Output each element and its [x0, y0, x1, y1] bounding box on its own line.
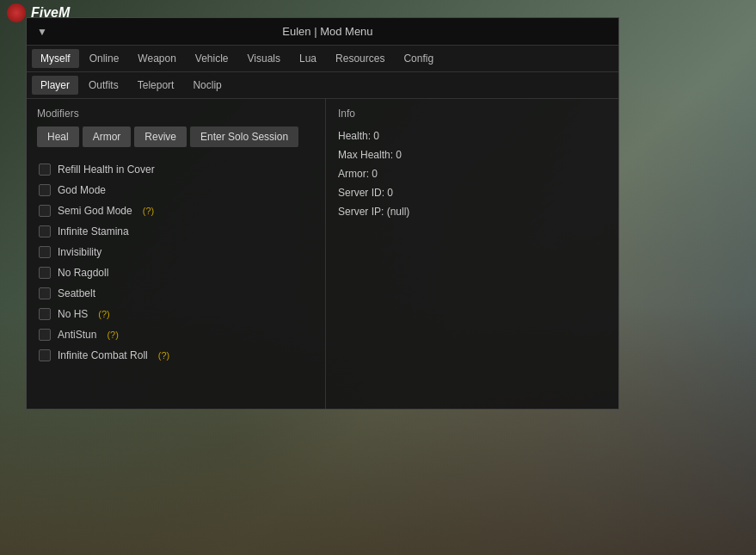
help-no-hs[interactable]: (?) — [98, 309, 109, 319]
toggle-infinite-stamina[interactable]: Infinite Stamina — [37, 221, 315, 242]
logo-icon — [7, 3, 26, 22]
subtab-player[interactable]: Player — [32, 76, 78, 95]
info-max-health: Max Health: 0 — [338, 145, 606, 164]
revive-button[interactable]: Revive — [134, 126, 187, 147]
toggle-no-ragdoll[interactable]: No Ragdoll — [37, 262, 315, 283]
toggle-box-antistun — [39, 329, 51, 341]
toggle-invisibility[interactable]: Invisibility — [37, 242, 315, 262]
menu-container: ▼ Eulen | Mod Menu Myself Online Weapon … — [26, 17, 619, 410]
toggle-box-infinite-combat-roll — [39, 349, 51, 361]
info-title: Info — [338, 108, 606, 120]
right-panel: Info Health: 0 Max Health: 0 Armor: 0 Se… — [326, 99, 618, 409]
action-buttons: Heal Armor Revive Enter Solo Session — [37, 126, 315, 147]
title-text: Eulen | Mod Menu — [47, 25, 608, 38]
tab-visuals[interactable]: Visuals — [239, 49, 289, 68]
toggle-box-infinite-stamina — [39, 225, 51, 237]
toggle-label-no-ragdoll: No Ragdoll — [58, 267, 108, 279]
left-panel: Modifiers Heal Armor Revive Enter Solo S… — [27, 99, 326, 409]
toggle-label-seatbelt: Seatbelt — [58, 287, 95, 299]
toggle-seatbelt[interactable]: Seatbelt — [37, 283, 315, 304]
info-armor: Armor: 0 — [338, 164, 606, 183]
nav-tabs: Myself Online Weapon Vehicle Visuals Lua… — [27, 46, 618, 72]
toggle-box-semi-god-mode — [39, 205, 51, 217]
help-infinite-combat-roll[interactable]: (?) — [158, 350, 169, 361]
toggle-infinite-combat-roll[interactable]: Infinite Combat Roll (?) — [37, 345, 315, 366]
subtab-outfits[interactable]: Outfits — [80, 76, 127, 95]
armor-button[interactable]: Armor — [83, 126, 132, 147]
heal-button[interactable]: Heal — [37, 126, 79, 147]
tab-myself[interactable]: Myself — [32, 49, 79, 68]
toggle-label-refill-health: Refill Health in Cover — [58, 163, 155, 176]
info-server-id: Server ID: 0 — [338, 183, 606, 202]
info-health: Health: 0 — [338, 126, 606, 145]
tab-lua[interactable]: Lua — [291, 49, 325, 68]
toggle-box-no-hs — [39, 308, 51, 320]
toggle-label-semi-god-mode: Semi God Mode — [58, 205, 132, 217]
toggle-box-god-mode — [39, 184, 51, 196]
toggle-label-infinite-stamina: Infinite Stamina — [58, 225, 129, 237]
tab-online[interactable]: Online — [81, 49, 128, 68]
toggle-label-antistun: AntiStun — [58, 329, 96, 341]
toggle-box-invisibility — [39, 246, 51, 258]
toggle-semi-god-mode[interactable]: Semi God Mode (?) — [37, 200, 315, 221]
toggle-box-seatbelt — [39, 287, 51, 299]
help-semi-god-mode[interactable]: (?) — [143, 206, 154, 216]
toggle-god-mode[interactable]: God Mode — [37, 180, 315, 200]
tab-resources[interactable]: Resources — [327, 49, 393, 68]
toggle-label-invisibility: Invisibility — [58, 246, 101, 258]
subtab-noclip[interactable]: Noclip — [184, 76, 230, 95]
toggle-no-hs[interactable]: No HS (?) — [37, 304, 315, 324]
sub-tabs: Player Outfits Teleport Noclip — [27, 72, 618, 99]
content-area: Modifiers Heal Armor Revive Enter Solo S… — [27, 99, 618, 409]
toggle-box-refill-health — [39, 163, 51, 176]
tab-weapon[interactable]: Weapon — [129, 49, 184, 68]
subtab-teleport[interactable]: Teleport — [129, 76, 183, 95]
toggle-antistun[interactable]: AntiStun (?) — [37, 324, 315, 345]
toggle-refill-health[interactable]: Refill Health in Cover — [37, 159, 315, 180]
tab-vehicle[interactable]: Vehicle — [187, 49, 237, 68]
toggle-label-infinite-combat-roll: Infinite Combat Roll — [58, 349, 148, 361]
modifiers-title: Modifiers — [37, 108, 315, 120]
info-server-ip: Server IP: (null) — [338, 202, 606, 221]
title-bar: ▼ Eulen | Mod Menu — [27, 18, 618, 46]
toggle-box-no-ragdoll — [39, 267, 51, 279]
toggle-label-god-mode: God Mode — [58, 184, 106, 196]
solo-session-button[interactable]: Enter Solo Session — [190, 126, 298, 147]
tab-config[interactable]: Config — [395, 49, 442, 68]
title-arrow: ▼ — [37, 26, 47, 38]
toggle-label-no-hs: No HS — [58, 308, 88, 320]
help-antistun[interactable]: (?) — [107, 330, 118, 340]
